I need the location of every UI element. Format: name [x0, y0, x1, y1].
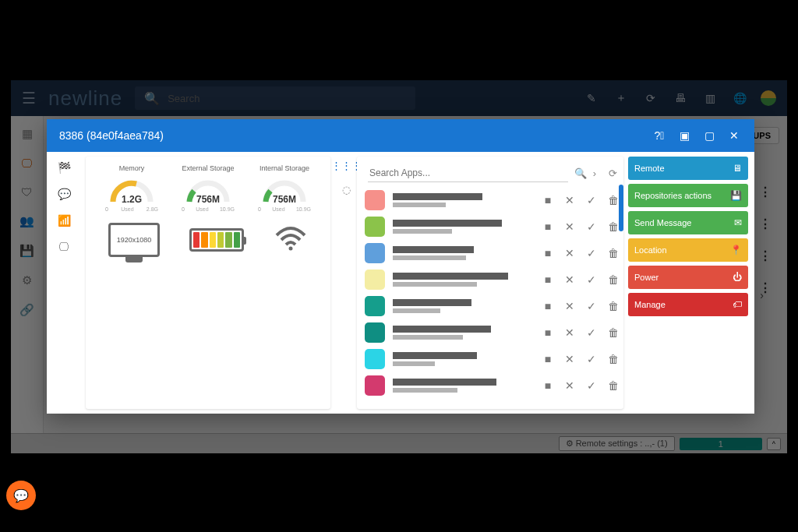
check-icon[interactable]: ✓ [584, 273, 598, 286]
check-icon[interactable]: ✓ [584, 194, 598, 206]
action-icon: 🏷 [733, 299, 742, 310]
action-label: Location [634, 245, 667, 255]
check-icon[interactable]: ✓ [584, 247, 598, 259]
display-resolution: 1920x1080 [108, 223, 160, 257]
app-color-icon [365, 243, 385, 263]
action-repositories-actions[interactable]: Repositories actions💾 [628, 184, 748, 207]
app-color-icon [365, 349, 385, 369]
trash-icon[interactable]: 🗑 [606, 300, 620, 312]
app-color-icon [365, 217, 385, 237]
apps-scrollbar[interactable] [619, 185, 623, 231]
gauge-tab-icon[interactable]: 🏁 [58, 161, 71, 174]
app-color-icon [365, 190, 385, 210]
trash-icon[interactable]: 🗑 [606, 353, 620, 365]
action-icon: ⏻ [733, 272, 742, 283]
check-icon[interactable]: ✓ [584, 220, 598, 233]
stop-icon[interactable]: ■ [541, 326, 555, 339]
action-manage[interactable]: Manage🏷 [628, 293, 748, 316]
app-row[interactable]: ■ ✕ ✓ 🗑 [365, 319, 620, 346]
action-label: Manage [634, 300, 666, 309]
app-row[interactable]: ■ ✕ ✓ 🗑 [365, 293, 620, 319]
close-icon[interactable]: ✕ [563, 300, 577, 312]
app-row[interactable]: ■ ✕ ✓ 🗑 [365, 372, 620, 399]
screen-tab-icon[interactable]: 🖵 [58, 241, 69, 253]
close-icon[interactable]: ✕ [563, 353, 577, 365]
action-send-message[interactable]: Send Message✉ [628, 211, 748, 234]
app-name-placeholder [393, 299, 533, 313]
open-window-icon[interactable]: ▢ [701, 129, 717, 142]
action-icon: 🖥 [733, 163, 742, 174]
close-icon[interactable]: ✕ [563, 194, 577, 206]
apps-search-row: 🔍 › ⟳ [365, 163, 620, 187]
trash-icon[interactable]: 🗑 [606, 273, 620, 286]
app-color-icon [365, 322, 385, 343]
stop-icon[interactable]: ■ [541, 300, 555, 312]
svg-point-0 [289, 247, 293, 251]
action-icon: 📍 [730, 245, 742, 255]
battery-level [189, 228, 244, 252]
action-icon: 💾 [730, 190, 742, 201]
next-icon[interactable]: › [593, 167, 596, 179]
close-icon[interactable]: ✕ [563, 247, 577, 259]
internal-storage-gauge: Internal Storage 756M 0Used10.9G [249, 164, 320, 212]
actions-panel: Remote🖥Repositories actions💾Send Message… [623, 152, 754, 414]
check-icon[interactable]: ✓ [584, 326, 598, 339]
app-row[interactable]: ■ ✕ ✓ 🗑 [365, 346, 620, 372]
search-icon[interactable]: 🔍 [574, 167, 587, 179]
check-icon[interactable]: ✓ [584, 379, 598, 392]
check-icon[interactable]: ✓ [584, 300, 598, 312]
apps-view-tools: ⋮⋮⋮ ◌ [335, 152, 357, 414]
app-row[interactable]: ■ ✕ ✓ 🗑 [365, 213, 620, 240]
apps-search-input[interactable] [368, 164, 568, 182]
action-label: Remote [634, 164, 665, 173]
chat-tab-icon[interactable]: 💬 [58, 188, 71, 200]
action-label: Repositories actions [634, 191, 711, 200]
close-icon[interactable]: ✕ [563, 220, 577, 233]
stop-icon[interactable]: ■ [541, 353, 555, 365]
stop-icon[interactable]: ■ [541, 194, 555, 206]
wifi-tab-icon[interactable]: 📶 [58, 214, 71, 227]
apps-panel: 🔍 › ⟳ ■ ✕ ✓ 🗑 ■ ✕ ✓ 🗑 ■ ✕ ✓ 🗑 ■ ✕ ✓ 🗑 ■ … [357, 157, 623, 409]
trash-icon[interactable]: 🗑 [606, 326, 620, 339]
app-name-placeholder [393, 193, 533, 207]
app-name-placeholder [393, 246, 533, 260]
stop-icon[interactable]: ■ [541, 220, 555, 233]
sync-icon[interactable]: ◌ [342, 184, 351, 196]
help-icon[interactable]: ?⃝ [651, 129, 667, 142]
refresh-apps-icon[interactable]: ⟳ [609, 167, 617, 179]
action-power[interactable]: Power⏻ [628, 266, 748, 289]
stop-icon[interactable]: ■ [541, 247, 555, 259]
trash-icon[interactable]: 🗑 [606, 379, 620, 392]
modal-header: 8386 (84e0f4aea784) ?⃝ ▣ ▢ ✕ [47, 119, 754, 152]
close-icon[interactable]: ✕ [563, 379, 577, 392]
app-row[interactable]: ■ ✕ ✓ 🗑 [365, 240, 620, 266]
external-storage-gauge: External Storage 756M 0Used10.9G [173, 164, 243, 212]
action-icon: ✉ [734, 217, 742, 228]
action-label: Send Message [634, 218, 691, 227]
trash-icon[interactable]: 🗑 [606, 247, 620, 259]
check-icon[interactable]: ✓ [584, 353, 598, 365]
modal-sidebar: 🏁 💬 📶 🖵 [47, 152, 81, 414]
modal-title: 8386 (84e0f4aea784) [59, 129, 642, 142]
app-row[interactable]: ■ ✕ ✓ 🗑 [365, 266, 620, 293]
apps-list: ■ ✕ ✓ 🗑 ■ ✕ ✓ 🗑 ■ ✕ ✓ 🗑 ■ ✕ ✓ 🗑 ■ ✕ ✓ 🗑 … [365, 187, 620, 409]
action-label: Power [634, 273, 659, 282]
app-color-icon [365, 296, 385, 316]
close-icon[interactable]: ✕ [563, 326, 577, 339]
app-name-placeholder [393, 352, 533, 366]
modal-overlay: 8386 (84e0f4aea784) ?⃝ ▣ ▢ ✕ 🏁 💬 📶 🖵 Mem… [11, 80, 787, 453]
close-icon[interactable]: ✕ [563, 273, 577, 286]
action-remote[interactable]: Remote🖥 [628, 157, 748, 180]
chat-bubble[interactable]: 💬 [6, 481, 36, 510]
app-name-placeholder [393, 273, 533, 287]
close-icon[interactable]: ✕ [726, 129, 742, 142]
stop-icon[interactable]: ■ [541, 379, 555, 392]
select-area-icon[interactable]: ▣ [676, 129, 692, 142]
app-row[interactable]: ■ ✕ ✓ 🗑 [365, 187, 620, 213]
app-name-placeholder [393, 326, 533, 340]
memory-gauge: Memory 1.2G 0Used2.8G [97, 164, 167, 212]
app-color-icon [365, 270, 385, 290]
action-location[interactable]: Location📍 [628, 238, 748, 262]
app-name-placeholder [393, 379, 533, 393]
stop-icon[interactable]: ■ [541, 273, 555, 286]
